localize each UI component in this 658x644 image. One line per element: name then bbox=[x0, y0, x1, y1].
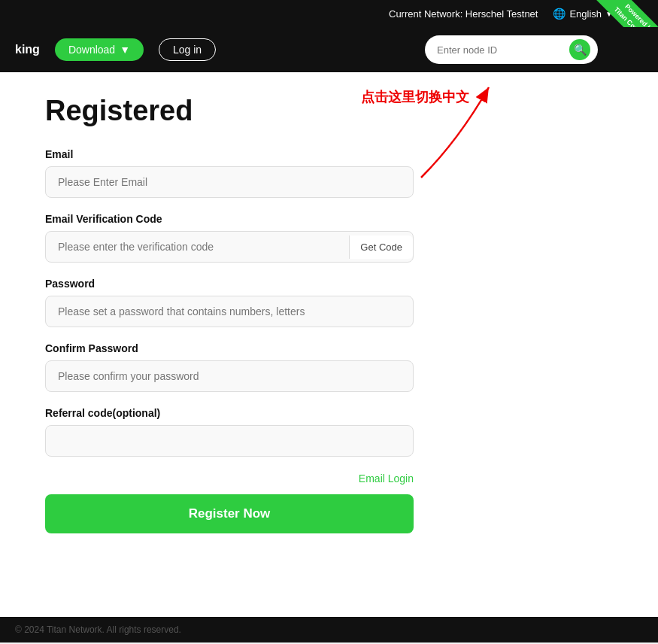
navbar: king Download ▼ Log in 🔍 bbox=[0, 27, 658, 72]
get-code-button[interactable]: Get Code bbox=[349, 235, 413, 259]
login-label: Log in bbox=[173, 44, 202, 56]
register-label: Register Now bbox=[189, 506, 271, 521]
network-info: Current Network: Herschel Testnet 🌐 Engl… bbox=[389, 8, 613, 20]
email-input[interactable] bbox=[45, 166, 414, 198]
brand-name: king bbox=[15, 43, 40, 56]
referral-group: Referral code(optional) yuLDvR bbox=[45, 407, 613, 457]
email-group: Email bbox=[45, 148, 613, 198]
email-label: Email bbox=[45, 148, 613, 160]
verification-group: Email Verification Code Get Code bbox=[45, 213, 613, 263]
footer: © 2024 Titan Network. All rights reserve… bbox=[0, 617, 658, 642]
download-label: Download bbox=[68, 44, 115, 56]
login-button[interactable]: Log in bbox=[159, 38, 216, 61]
language-label: English bbox=[569, 8, 602, 20]
register-button[interactable]: Register Now bbox=[45, 494, 414, 533]
node-search-bar: 🔍 bbox=[425, 35, 598, 64]
download-button[interactable]: Download ▼ bbox=[55, 38, 144, 61]
chevron-down-icon: ▼ bbox=[120, 44, 130, 56]
globe-icon: 🌐 bbox=[553, 8, 566, 20]
password-label: Password bbox=[45, 278, 613, 290]
get-code-label: Get Code bbox=[360, 242, 402, 253]
confirm-password-input[interactable] bbox=[45, 360, 414, 392]
password-input[interactable] bbox=[45, 296, 414, 327]
referral-label: Referral code(optional) bbox=[45, 407, 613, 419]
verification-label: Email Verification Code bbox=[45, 213, 613, 225]
node-search-button[interactable]: 🔍 bbox=[569, 39, 590, 60]
confirm-label: Confirm Password bbox=[45, 342, 613, 354]
main-content: 点击这里切换中文 Registered Email Email Verifica… bbox=[0, 72, 658, 617]
chevron-down-icon: ▼ bbox=[605, 10, 613, 18]
email-login-link-container: Email Login bbox=[45, 472, 414, 485]
verification-input[interactable] bbox=[46, 232, 349, 262]
copyright-text: © 2024 Titan Network. All rights reserve… bbox=[15, 624, 181, 635]
page-title: Registered bbox=[45, 95, 613, 127]
language-selector[interactable]: 🌐 English ▼ bbox=[553, 8, 613, 20]
node-id-input[interactable] bbox=[437, 44, 563, 56]
password-group: Password bbox=[45, 278, 613, 327]
verification-input-wrapper: Get Code bbox=[45, 231, 414, 263]
search-icon: 🔍 bbox=[574, 44, 587, 56]
network-label: Current Network: Herschel Testnet bbox=[389, 8, 538, 20]
referral-input[interactable]: yuLDvR bbox=[45, 425, 414, 457]
confirm-password-group: Confirm Password bbox=[45, 342, 613, 392]
top-banner: Current Network: Herschel Testnet 🌐 Engl… bbox=[0, 0, 658, 27]
email-login-link[interactable]: Email Login bbox=[359, 472, 414, 485]
